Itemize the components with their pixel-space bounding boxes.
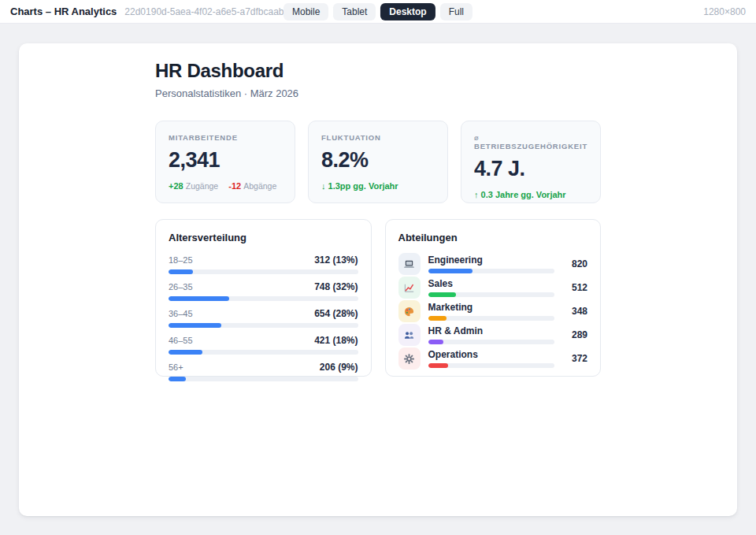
age-value-label: 654 (28%) [314,308,358,319]
kpi-row: Mitarbeitende 2,341 +28 Zugänge -12 Abgä… [155,121,601,203]
department-value: 372 [562,353,587,364]
bar-fill [428,269,472,273]
age-range-label: 56+ [169,362,183,372]
age-value-label: 421 (18%) [314,335,358,346]
age-range-label: 36–45 [169,309,193,318]
bar-track [428,269,555,273]
department-name: HR & Admin [428,326,555,336]
age-range-label: 26–35 [169,282,193,292]
department-row-hr-admin: HR & Admin 289 [398,324,588,346]
app-title: Charts – HR Analytics [10,6,117,17]
kpi-delta: ↓ 1.3pp gg. Vorjahr [321,181,435,191]
bar-fill [428,363,449,368]
bar-fill [428,316,447,321]
device-button-mobile[interactable]: Mobile [284,3,328,20]
kpi-label: Fluktuation [321,133,435,142]
bar-fill [428,292,456,297]
age-range-label: 46–55 [169,336,193,345]
page-subtitle: Personalstatistiken · März 2026 [155,87,601,99]
kpi-delta: ↑ 0.3 Jahre gg. Vorjahr [474,190,587,199]
age-value-label: 312 (13%) [314,254,358,266]
chart-up-icon [398,277,421,299]
kpi-card-fluktuation: Fluktuation 8.2% ↓ 1.3pp gg. Vorjahr [308,121,448,203]
device-button-full[interactable]: Full [440,3,472,20]
kpi-value: 2,341 [169,148,282,173]
gear-icon [398,347,421,370]
age-row: 26–35 748 (32%) [169,281,358,301]
department-name: Operations [428,350,555,359]
device-button-tablet[interactable]: Tablet [333,3,376,20]
delta-remove-label: Abgänge [243,181,276,191]
delta-add-value: +28 [169,181,183,191]
preview-canvas: HR Dashboard Personalstatistiken · März … [19,43,737,516]
departments-card: Abteilungen Engineering 820 [385,219,602,377]
bar-track [428,316,555,321]
laptop-icon [398,253,421,275]
topbar: Charts – HR Analytics 22d0190d-5aea-4f02… [0,0,756,24]
bar-fill [169,269,193,274]
bar-track [169,350,358,355]
department-name: Sales [428,279,555,288]
bar-fill [169,323,221,328]
age-row: 18–25 312 (13%) [169,254,358,274]
bar-fill [169,296,229,301]
department-row-engineering: Engineering 820 [398,253,588,275]
department-value: 348 [562,306,587,317]
age-row: 36–45 654 (28%) [169,308,358,328]
bar-track [428,363,555,368]
bar-track [169,323,358,328]
department-row-sales: Sales 512 [398,277,588,299]
kpi-label: ⌀ Betriebszugehörigkeit [474,133,587,150]
department-value: 289 [562,329,587,340]
page-title: HR Dashboard [155,60,601,82]
age-rows: 18–25 312 (13%) 26–35 748 (32%) [169,254,358,381]
device-button-desktop[interactable]: Desktop [380,3,435,20]
delta-add-label: Zugänge [186,181,218,191]
kpi-value: 4.7 J. [474,157,587,181]
bar-track [428,340,555,344]
age-value-label: 748 (32%) [314,281,358,292]
age-distribution-card: Altersverteilung 18–25 312 (13%) 26–35 7… [155,219,372,377]
bar-track [169,377,358,381]
people-icon [398,324,421,346]
resolution-label: 1280×800 [703,6,746,17]
bar-fill [428,340,444,344]
department-row-marketing: Marketing 348 [398,300,588,322]
department-name: Engineering [428,255,555,265]
age-value-label: 206 (9%) [320,362,358,373]
chart-title: Abteilungen [398,232,588,243]
kpi-label: Mitarbeitende [169,133,282,142]
palette-icon [398,300,421,322]
department-row-operations: Operations 372 [398,347,588,370]
bar-track [428,292,555,297]
age-range-label: 18–25 [169,255,193,265]
age-row: 56+ 206 (9%) [169,362,358,381]
device-toggle-group: Mobile Tablet Desktop Full [284,3,472,20]
department-name: Marketing [428,303,555,312]
kpi-delta: +28 Zugänge -12 Abgänge [169,181,282,191]
charts-row: Altersverteilung 18–25 312 (13%) 26–35 7… [155,219,601,377]
project-uuid: 22d0190d-5aea-4f02-a6e5-a7dfbcaabf53 [124,6,297,17]
department-value: 820 [562,258,587,269]
kpi-card-betriebszugehoerigkeit: ⌀ Betriebszugehörigkeit 4.7 J. ↑ 0.3 Jah… [461,121,601,203]
delta-remove-value: -12 [228,181,241,191]
age-row: 46–55 421 (18%) [169,335,358,355]
bar-track [169,296,358,301]
kpi-value: 8.2% [321,148,435,173]
department-value: 512 [562,282,587,293]
bar-track [169,269,358,274]
bar-fill [169,350,202,355]
department-rows: Engineering 820 Sales 512 [398,253,588,370]
kpi-card-mitarbeitende: Mitarbeitende 2,341 +28 Zugänge -12 Abgä… [155,121,295,203]
chart-title: Altersverteilung [169,232,358,243]
bar-fill [169,377,186,381]
